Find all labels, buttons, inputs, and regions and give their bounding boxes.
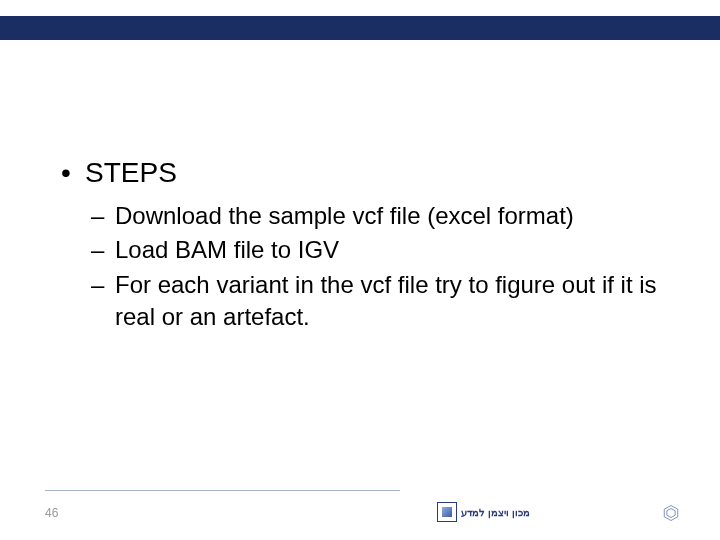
sub-list: Download the sample vcf file (excel form… [85, 200, 660, 334]
svg-marker-1 [667, 509, 675, 518]
bullet-heading: STEPS [85, 157, 177, 188]
page-number: 46 [45, 506, 58, 520]
svg-marker-0 [664, 506, 678, 521]
logo-mark-icon [437, 502, 457, 522]
slide-footer: 46 מכון ויצמן למדע [0, 490, 720, 520]
footer-divider [45, 490, 400, 491]
bullet-item: STEPS Download the sample vcf file (exce… [55, 155, 660, 334]
sub-item: Download the sample vcf file (excel form… [85, 200, 660, 232]
sub-item: For each variant in the vcf file try to … [85, 269, 660, 334]
hexagon-icon [662, 504, 680, 522]
sub-item: Load BAM file to IGV [85, 234, 660, 266]
slide-content: STEPS Download the sample vcf file (exce… [55, 155, 660, 336]
logo-text: מכון ויצמן למדע [461, 507, 530, 518]
institute-logo: מכון ויצמן למדע [437, 502, 530, 522]
footer-right-block [656, 504, 680, 522]
title-bar [0, 16, 720, 40]
bullet-list: STEPS Download the sample vcf file (exce… [55, 155, 660, 334]
